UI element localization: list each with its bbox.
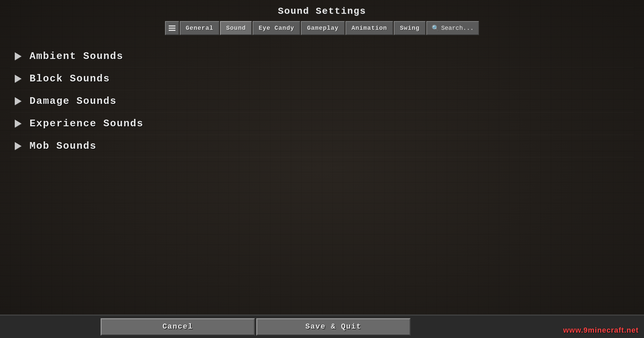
bottom-bar: Cancel Save & Quit www.9minecraft.net: [0, 315, 644, 338]
ambient-sounds-item[interactable]: Ambient Sounds: [10, 45, 634, 68]
tab-sound[interactable]: Sound: [220, 21, 252, 35]
cancel-button[interactable]: Cancel: [101, 318, 255, 336]
mob-sounds-item[interactable]: Mob Sounds: [10, 135, 634, 157]
mob-sounds-arrow: [13, 141, 23, 151]
tab-eye-candy[interactable]: Eye Candy: [253, 21, 300, 35]
ambient-sounds-label: Ambient Sounds: [30, 51, 123, 62]
tab-animation[interactable]: Animation: [345, 21, 393, 35]
search-label: Search...: [441, 25, 474, 31]
ambient-sounds-arrow: [13, 52, 23, 61]
damage-sounds-label: Damage Sounds: [30, 95, 117, 107]
tabs-bar: General Sound Eye Candy Gameplay Animati…: [165, 21, 479, 35]
damage-sounds-arrow: [13, 96, 23, 106]
experience-sounds-item[interactable]: Experience Sounds: [10, 113, 634, 135]
content-area: Ambient Sounds Block Sounds Damage Sound…: [0, 42, 644, 338]
tab-general[interactable]: General: [180, 21, 220, 35]
damage-sounds-item[interactable]: Damage Sounds: [10, 90, 634, 113]
svg-rect-2: [169, 30, 175, 31]
block-sounds-label: Block Sounds: [30, 73, 110, 84]
svg-rect-0: [169, 25, 175, 26]
page-title: Sound Settings: [278, 6, 366, 16]
tab-list-icon[interactable]: [165, 21, 179, 35]
block-sounds-arrow: [13, 74, 23, 83]
tab-swing[interactable]: Swing: [394, 21, 426, 35]
experience-sounds-arrow: [13, 119, 23, 128]
svg-rect-1: [169, 28, 175, 29]
mob-sounds-label: Mob Sounds: [30, 140, 97, 152]
save-quit-button[interactable]: Save & Quit: [256, 318, 411, 336]
experience-sounds-label: Experience Sounds: [30, 118, 144, 129]
tab-gameplay[interactable]: Gameplay: [301, 21, 344, 35]
tab-search[interactable]: 🔍 Search...: [426, 21, 479, 35]
block-sounds-item[interactable]: Block Sounds: [10, 68, 634, 90]
watermark: www.9minecraft.net: [563, 326, 639, 335]
search-icon: 🔍: [432, 24, 439, 32]
